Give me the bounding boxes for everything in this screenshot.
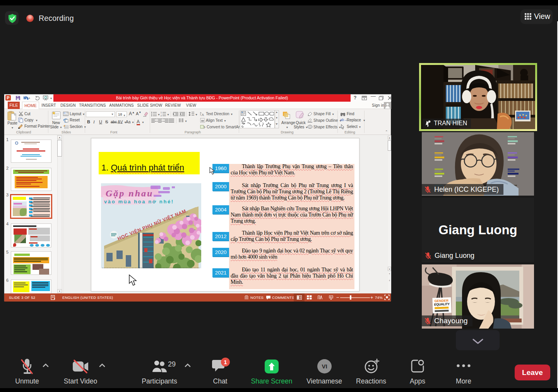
svg-text:1: 1 (161, 112, 162, 114)
svg-text:Gặp nhau: Gặp nhau (106, 188, 153, 198)
svg-text:EQUALITY: EQUALITY (434, 302, 450, 306)
svg-text:vào mùa hoa nở nhé!: vào mùa hoa nở nhé! (104, 199, 174, 205)
svg-text:A: A (202, 113, 204, 116)
svg-text:2: 2 (161, 114, 162, 116)
